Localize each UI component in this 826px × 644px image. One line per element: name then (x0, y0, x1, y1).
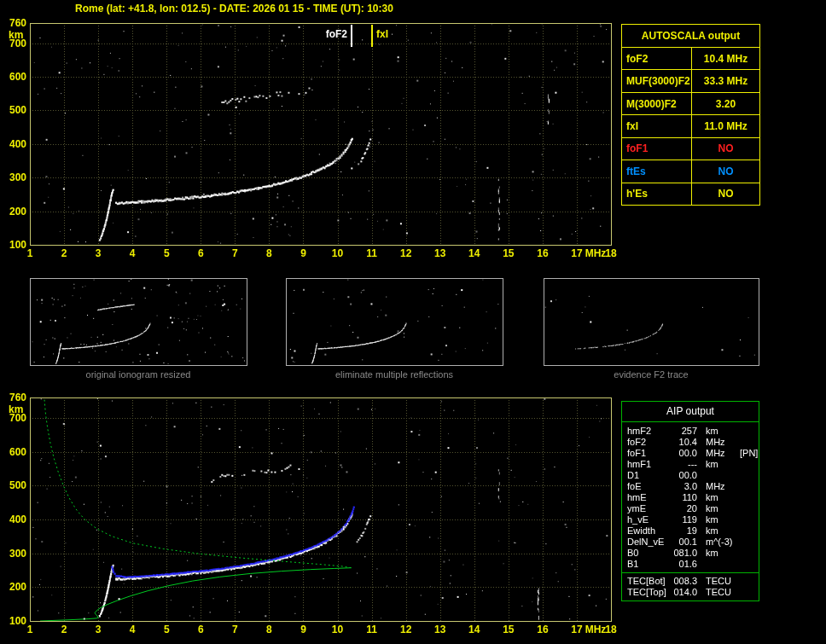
parameter-unit: m^(-3) (697, 537, 740, 548)
parameter-unit: MHz (697, 481, 740, 492)
thumbnail-multiple-reflections-removed (286, 278, 503, 365)
parameter-unit: km (697, 525, 740, 537)
parameter-value: 257 (670, 426, 697, 437)
parameter-label: MUF(3000)F2 (622, 70, 692, 91)
table-row: Ewidth 19 km (622, 525, 759, 537)
table-row: M(3000)F2 3.20 (622, 93, 759, 115)
parameter-label: D1 (622, 470, 670, 481)
parameter-value: 00.1 (670, 537, 697, 548)
parameter-label: TEC[Bot] (622, 576, 670, 587)
parameter-value: 081.0 (670, 548, 697, 559)
thumbnail-caption-evidence-f2: evidence F2 trace (544, 369, 759, 381)
parameter-label: Ewidth (622, 525, 670, 537)
parameter-unit: MHz (697, 448, 740, 459)
parameter-label: fxI (622, 115, 692, 136)
parameter-label: ftEs (622, 160, 692, 182)
table-row: MUF(3000)F2 33.3 MHz (622, 70, 759, 92)
parameter-label: DelN_vE (622, 537, 670, 548)
parameter-value: 00.0 (670, 470, 697, 481)
aip-output-table: AIP output hmF2 257 km foF2 10.4 MHz foF… (621, 401, 759, 601)
parameter-label: foF1 (622, 138, 692, 160)
table-row: foF1 00.0 MHz [PN] (622, 448, 759, 459)
table-row: TEC[Bot] 008.3 TECU (622, 576, 759, 587)
table-row: foF1 NO (622, 138, 759, 160)
table-row: DelN_vE 00.1 m^(-3) (622, 537, 759, 548)
parameter-value: 11.0 MHz (692, 115, 759, 136)
table-row: D1 00.0 (622, 470, 759, 481)
parameter-unit: MHz (697, 437, 740, 448)
parameter-note (740, 587, 759, 598)
parameter-note (740, 503, 759, 514)
autoscala-output-table: AUTOSCALA output foF2 10.4 MHz MUF(3000)… (621, 24, 760, 206)
aip-table-body: hmF2 257 km foF2 10.4 MHz foF1 00.0 MHz … (622, 422, 759, 572)
table-row: ymE 20 km (622, 503, 759, 514)
aip-table-title: AIP output (622, 402, 759, 422)
parameter-unit: km (697, 459, 740, 470)
table-row: B0 081.0 km (622, 548, 759, 559)
parameter-value: 10.4 (670, 437, 697, 448)
parameter-value: 3.20 (692, 93, 759, 114)
parameter-note (740, 514, 759, 525)
autoscala-table-body: foF2 10.4 MHz MUF(3000)F2 33.3 MHz M(300… (622, 48, 759, 205)
table-row: hmE 110 km (622, 492, 759, 503)
parameter-note (740, 437, 759, 448)
table-row: hmF2 257 km (622, 426, 759, 437)
parameter-label: B1 (622, 559, 670, 570)
parameter-value: NO (692, 138, 759, 160)
parameter-label: h_vE (622, 514, 670, 525)
parameter-label: hmF2 (622, 426, 670, 437)
parameter-value: 014.0 (670, 587, 697, 598)
parameter-value: 10.4 MHz (692, 48, 759, 69)
parameter-note (740, 492, 759, 503)
parameter-label: M(3000)F2 (622, 93, 692, 114)
parameter-note: [PN] (740, 448, 759, 459)
parameter-unit (697, 559, 740, 570)
parameter-value: 01.6 (670, 559, 697, 570)
autoscala-table-title: AUTOSCALA output (622, 25, 759, 48)
parameter-note (740, 537, 759, 548)
parameter-unit: TECU (697, 576, 740, 587)
parameter-unit: km (697, 514, 740, 525)
table-row: foF2 10.4 MHz (622, 48, 759, 70)
parameter-note (740, 548, 759, 559)
parameter-value: 33.3 MHz (692, 70, 759, 91)
parameter-label: h'Es (622, 183, 692, 205)
parameter-note (740, 559, 759, 570)
parameter-note (740, 470, 759, 481)
parameter-value: --- (670, 459, 697, 470)
top-ionogram-plot (30, 23, 611, 245)
parameter-note (740, 481, 759, 492)
thumbnail-f2-trace-evidence (544, 278, 759, 365)
parameter-label: TEC[Top] (622, 587, 670, 598)
thumbnail-original-ionogram (30, 278, 247, 365)
parameter-label: foE (622, 481, 670, 492)
parameter-label: B0 (622, 548, 670, 559)
page-title: Rome (lat: +41.8, lon: 012.5) - DATE: 20… (75, 3, 393, 15)
parameter-value: 20 (670, 503, 697, 514)
parameter-label: foF1 (622, 448, 670, 459)
parameter-label: foF2 (622, 437, 670, 448)
aip-tec-section: TEC[Bot] 008.3 TECU TEC[Top] 014.0 TECU (622, 572, 759, 600)
table-row: h_vE 119 km (622, 514, 759, 525)
parameter-unit (697, 470, 740, 481)
table-row: B1 01.6 (622, 559, 759, 570)
parameter-value: NO (692, 183, 759, 205)
parameter-value: 008.3 (670, 576, 697, 587)
parameter-label: hmE (622, 492, 670, 503)
table-row: h'Es NO (622, 183, 759, 205)
parameter-label: foF2 (622, 48, 692, 69)
table-row: hmF1 --- km (622, 459, 759, 470)
parameter-value: NO (692, 160, 759, 182)
parameter-unit: TECU (697, 587, 740, 598)
table-row: foE 3.0 MHz (622, 481, 759, 492)
parameter-unit: km (697, 492, 740, 503)
bottom-ionogram-profile-plot (30, 397, 611, 621)
autoscala-screen: { "header": { "title": "Rome (lat: +41.8… (0, 0, 826, 644)
parameter-unit: km (697, 503, 740, 514)
thumbnail-caption-eliminate-reflections: eliminate multiple reflections (286, 369, 503, 381)
parameter-label: ymE (622, 503, 670, 514)
parameter-note (740, 576, 759, 587)
parameter-value: 110 (670, 492, 697, 503)
parameter-note (740, 426, 759, 437)
parameter-value: 19 (670, 525, 697, 537)
